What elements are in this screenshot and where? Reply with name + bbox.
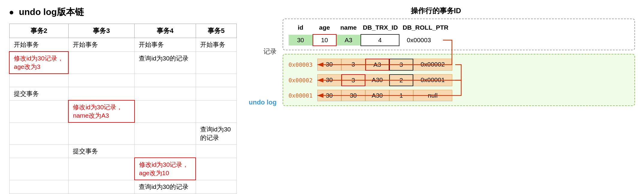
tx-cell-r0c3: 开始事务: [196, 38, 236, 52]
tx-cell-r6c3: [196, 144, 236, 158]
col-header-tx2: 事务2: [9, 24, 68, 38]
tx-cell-r6c0: [9, 144, 68, 158]
tx-cell-r0c2: 开始事务: [135, 38, 196, 52]
tx-cell-r3c1: [68, 87, 134, 100]
tx-cell-r2c2: [135, 74, 196, 87]
tx-cell-r4c3: [196, 100, 236, 122]
tx-cell-r2c3: [196, 74, 236, 87]
tx-cell-r0c0: 开始事务: [9, 38, 68, 52]
tx-cell-r2c0: [9, 74, 68, 87]
diagram-section: 操作行的事务ID 记录 undo log id age name DB_TRX_…: [249, 6, 635, 138]
u2-rollptr: 0x00001: [413, 74, 452, 86]
tx-cell-r8c2: 查询id为30的记录: [135, 180, 196, 194]
undo-label: undo log: [249, 66, 280, 138]
record-box: id age name DB_TRX_ID DB_ROLL_PTR 30 10 …: [283, 19, 635, 50]
tx-cell-r4c1: 修改id为30记录，name改为A3: [68, 100, 134, 122]
rec-rollptr: 0x00003: [399, 35, 438, 46]
tx-cell-r5c3: 查询id为30的记录: [196, 122, 236, 144]
addr-0x00001: 0x00001: [289, 92, 315, 99]
u1-name: A30: [365, 90, 389, 101]
tx-cell-r1c0: 修改id为30记录，age改为3: [9, 51, 68, 74]
rec-trxid: 4: [361, 34, 399, 46]
tx-cell-r4c2: [135, 100, 196, 122]
col-header-tx4: 事务4: [135, 24, 196, 38]
record-data-row: 30 10 A3 4 0x00003: [289, 34, 629, 46]
tx-cell-r5c1: [68, 122, 134, 144]
undo-row-2: 0x00002 30 3 A30 2 0x00001: [289, 74, 629, 86]
u3-trxid: 3: [389, 59, 413, 71]
undo-row-1: 0x00001 30 30 A30 1 null: [289, 90, 629, 101]
undo-cells-2: 30 3 A30 2 0x00001: [317, 74, 452, 86]
rec-age: 10: [313, 34, 337, 46]
operation-label: 操作行的事务ID: [249, 6, 635, 16]
tx-cell-r7c2: 修改id为30记录，age改为10: [135, 158, 196, 180]
u2-trxid: 2: [389, 74, 413, 86]
tx-cell-r8c1: [68, 180, 134, 194]
tx-cell-r1c2: 查询id为30的记录: [135, 51, 196, 74]
record-label: 记录: [249, 37, 280, 66]
tx-cell-r5c0: [9, 122, 68, 144]
col-header-tx5: 事务5: [196, 24, 236, 38]
u1-rollptr: null: [413, 90, 452, 101]
undo-row-3: 0x00003 30 3 A3 3 0x00002: [289, 59, 629, 71]
undo-box: 0x00003 30 3 A3 3 0x00002 0x00002: [283, 54, 635, 106]
transaction-table: 事务2 事务3 事务4 事务5 开始事务开始事务开始事务开始事务修改id为30记…: [9, 24, 237, 194]
tx-cell-r6c1: 提交事务: [68, 144, 134, 158]
record-headers: id age name DB_TRX_ID DB_ROLL_PTR: [289, 23, 629, 32]
rh-name: name: [337, 23, 361, 32]
undo-cells-1: 30 30 A30 1 null: [317, 90, 452, 101]
tx-cell-r3c2: [135, 87, 196, 100]
tx-cell-r7c1: [68, 158, 134, 180]
tx-cell-r2c1: [68, 74, 134, 87]
rh-id: id: [289, 23, 313, 32]
tx-cell-r1c1: [68, 51, 134, 74]
undo-cells-3: 30 3 A3 3 0x00002: [317, 59, 452, 71]
rec-id: 30: [289, 35, 313, 46]
tx-cell-r3c0: 提交事务: [9, 87, 68, 100]
rec-name: A3: [337, 35, 361, 46]
rh-trxid: DB_TRX_ID: [361, 23, 400, 32]
u3-name: A3: [365, 59, 389, 71]
addr-0x00003: 0x00003: [289, 61, 315, 68]
u1-id: 30: [317, 90, 341, 101]
u3-id: 30: [317, 59, 341, 71]
rh-age: age: [313, 23, 337, 32]
tx-cell-r5c2: [135, 122, 196, 144]
u1-trxid: 1: [389, 90, 413, 101]
tx-cell-r8c3: [196, 180, 236, 194]
bullet-icon: ●: [9, 8, 14, 16]
tx-cell-r7c0: [9, 158, 68, 180]
u2-name: A30: [365, 74, 389, 86]
tx-cell-r6c2: [135, 144, 196, 158]
u2-age: 3: [341, 74, 365, 86]
u3-rollptr: 0x00002: [413, 59, 452, 71]
tx-cell-r8c0: [9, 180, 68, 194]
rh-rollptr: DB_ROLL_PTR: [400, 23, 451, 32]
u2-id: 30: [317, 74, 341, 86]
u3-age: 3: [341, 59, 365, 71]
u1-age: 30: [341, 90, 365, 101]
tx-cell-r1c3: [196, 51, 236, 74]
tx-cell-r7c3: [196, 158, 236, 180]
addr-0x00002: 0x00002: [289, 77, 315, 84]
col-header-tx3: 事务3: [68, 24, 134, 38]
tx-cell-r0c1: 开始事务: [68, 38, 134, 52]
page-title: undo log版本链: [19, 6, 84, 18]
tx-cell-r4c0: [9, 100, 68, 122]
tx-cell-r3c3: [196, 87, 236, 100]
